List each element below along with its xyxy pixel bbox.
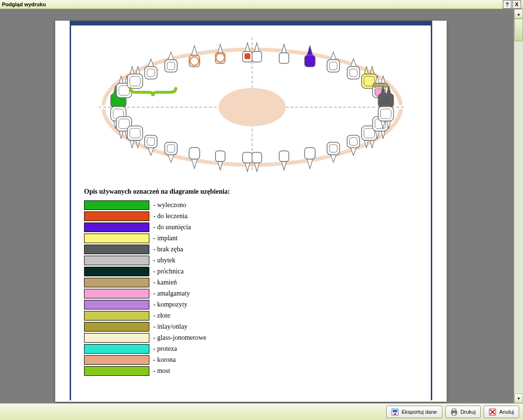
legend-row: - do leczenia [84, 210, 324, 222]
page-preview: Opis używanych oznaczeń na diagramie uzę… [55, 21, 447, 402]
svg-rect-65 [452, 413, 456, 415]
legend-row: - glass-jonomerowe [84, 332, 324, 343]
svg-rect-24 [347, 67, 360, 79]
legend-swatch [84, 222, 149, 232]
tooth-21 [252, 43, 262, 62]
tooth-11 [243, 43, 252, 62]
tooth-44 [165, 142, 177, 162]
legend-swatch [84, 211, 149, 221]
svg-rect-18 [244, 53, 250, 59]
svg-rect-46 [243, 152, 252, 163]
legend-label: - kompozyty [153, 301, 187, 309]
legend-label: - brak zęba [153, 246, 183, 253]
tooth-43 [189, 148, 200, 169]
legend-swatch [84, 256, 149, 265]
legend-label: - ubytek [153, 257, 175, 264]
tooth-13 [189, 46, 200, 67]
svg-rect-49 [304, 148, 315, 159]
legend-swatch [84, 245, 149, 254]
cancel-icon [489, 408, 496, 416]
legend-swatch [84, 333, 149, 343]
legend-label: - most [153, 367, 170, 375]
scroll-thumb[interactable] [514, 19, 523, 41]
cancel-button[interactable]: Anuluj [484, 406, 519, 418]
svg-rect-62 [394, 413, 396, 415]
vertical-scrollbar[interactable]: ▲ ▼ [514, 9, 523, 403]
legend-swatch [84, 278, 149, 287]
legend-label: - proteza [153, 345, 177, 353]
tooth-31 [252, 152, 262, 172]
scroll-down-arrow[interactable]: ▼ [514, 394, 523, 403]
legend-row: - amalgamaty [84, 288, 324, 299]
svg-rect-21 [304, 55, 315, 67]
legend-swatch [84, 355, 149, 365]
disk-icon [391, 408, 399, 416]
legend-row: - brak zęba [84, 244, 324, 255]
legend-swatch [84, 344, 149, 354]
tooth-14 [165, 52, 177, 72]
legend-swatch [84, 200, 149, 210]
svg-rect-19 [252, 51, 262, 62]
cancel-label: Anuluj [499, 409, 514, 415]
svg-rect-50 [327, 142, 340, 155]
legend-swatch [84, 322, 149, 332]
legend-row: - inlay/onlay [84, 321, 324, 332]
footer-bar: Eksportuj dane Drukuj Anuluj [0, 403, 523, 420]
close-button[interactable]: X [512, 0, 521, 9]
tooth-32 [279, 151, 289, 170]
help-button[interactable]: ? [503, 0, 511, 9]
tooth-23 [304, 46, 315, 67]
legend-row: - kamień [84, 277, 324, 288]
legend-row: - do usunięcia [84, 222, 324, 233]
preview-viewport: Opis używanych oznaczeń na diagramie uzę… [0, 9, 514, 403]
svg-rect-52 [347, 135, 360, 148]
svg-rect-40 [145, 135, 157, 148]
legend-label: - implant [153, 235, 178, 242]
legend-row: - most [84, 365, 324, 376]
svg-rect-64 [452, 409, 456, 411]
svg-point-2 [219, 88, 286, 126]
legend-label: - korona [153, 356, 176, 364]
svg-rect-31 [373, 83, 388, 87]
tooth-33 [304, 148, 315, 169]
legend-swatch [84, 366, 149, 376]
svg-rect-22 [327, 60, 340, 72]
svg-rect-44 [189, 148, 200, 159]
legend-label: - glass-jonomerowe [153, 334, 207, 342]
svg-rect-48 [279, 151, 289, 161]
legend-row: - wyleczono [84, 199, 324, 210]
window-title: Podgląd wydruku [2, 1, 46, 7]
print-button[interactable]: Drukuj [445, 406, 481, 418]
tooth-22 [279, 44, 289, 63]
svg-rect-45 [216, 151, 225, 161]
legend-row: - proteza [84, 343, 324, 354]
legend-swatch [84, 234, 149, 243]
legend-swatch [84, 300, 149, 309]
svg-rect-11 [165, 60, 177, 72]
tooth-42 [216, 151, 225, 170]
svg-rect-61 [393, 410, 397, 412]
tooth-12 [216, 44, 225, 63]
legend-label: - złote [153, 312, 170, 320]
legend-row: - próchnica [84, 266, 324, 277]
tooth-24 [327, 52, 340, 72]
legend-label: - inlay/onlay [153, 323, 187, 331]
svg-rect-20 [279, 53, 289, 63]
titlebar: Podgląd wydruku ? X [0, 0, 523, 9]
export-label: Eksportuj dane [401, 409, 437, 415]
svg-rect-9 [145, 67, 157, 79]
printer-icon [450, 408, 458, 416]
legend-label: - amalgamaty [153, 290, 190, 297]
svg-rect-42 [165, 142, 177, 155]
scroll-up-arrow[interactable]: ▲ [514, 9, 523, 19]
legend-label: - próchnica [153, 268, 183, 275]
legend-label: - do usunięcia [153, 223, 191, 231]
export-button[interactable]: Eksportuj dane [386, 406, 442, 418]
legend-label: - do leczenia [153, 212, 188, 220]
legend-swatch [84, 311, 149, 321]
legend-row: - korona [84, 354, 324, 365]
legend-row: - ubytek [84, 255, 324, 266]
dental-diagram [84, 35, 420, 174]
legend-row: - złote [84, 310, 324, 321]
legend-title: Opis używanych oznaczeń na diagramie uzę… [84, 188, 324, 196]
